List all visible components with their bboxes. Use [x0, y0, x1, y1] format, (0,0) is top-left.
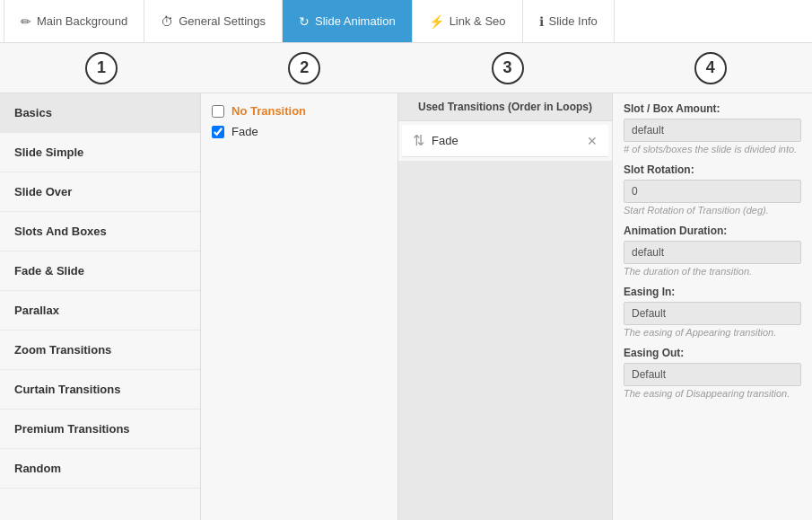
used-transition-fade-row: ⇅ Fade ✕ [402, 125, 608, 157]
lightning-icon: ⚡ [429, 14, 444, 29]
settings-column: Slot / Box Amount: # of slots/boxes the … [613, 93, 812, 520]
easing-in-label: Easing In: [624, 286, 801, 298]
sidebar-item-fade-slide[interactable]: Fade & Slide [0, 251, 200, 291]
tab-slide-info[interactable]: ℹ Slide Info [523, 0, 615, 42]
tab-main-background[interactable]: ✏ Main Background [4, 0, 144, 42]
sidebar-item-premium-transitions[interactable]: Premium Transitions [0, 410, 200, 449]
animation-duration-help: The duration of the transition. [624, 266, 801, 277]
step-3-section: 3 [406, 52, 609, 84]
sidebar-item-slide-over[interactable]: Slide Over [0, 172, 200, 212]
steps-row: 1 2 3 4 [0, 43, 812, 93]
sidebar-item-random[interactable]: Random [0, 449, 200, 489]
slot-rotation-label: Slot Rotation: [624, 163, 801, 176]
slot-box-amount-help: # of slots/boxes the slide is divided in… [624, 144, 801, 154]
transitions-list-column: No Transition Fade [201, 93, 398, 520]
sidebar-item-basics[interactable]: Basics [0, 93, 200, 133]
tab-slide-animation-label: Slide Animation [315, 14, 396, 28]
step-1-circle: 1 [85, 52, 118, 84]
tab-general-settings[interactable]: ⏱ General Settings [144, 0, 283, 42]
step-1-section: 1 [0, 52, 203, 84]
pencil-icon: ✏ [21, 14, 31, 29]
animation-duration-label: Animation Duration: [624, 225, 801, 237]
info-icon: ℹ [539, 14, 544, 29]
easing-out-help: The easing of Disappearing transition. [624, 388, 801, 399]
easing-in-help: The easing of Appearing transition. [624, 327, 801, 338]
top-navigation: ✏ Main Background ⏱ General Settings ↻ S… [0, 0, 812, 43]
sidebar-item-slide-simple[interactable]: Slide Simple [0, 133, 200, 172]
clock-icon: ⏱ [161, 14, 173, 29]
used-transitions-header: Used Transitions (Order in Loops) [398, 93, 612, 121]
remove-fade-button[interactable]: ✕ [587, 134, 598, 148]
sidebar-item-parallax[interactable]: Parallax [0, 291, 200, 331]
sidebar-item-zoom-transitions[interactable]: Zoom Transitions [0, 331, 200, 370]
easing-in-input[interactable] [624, 302, 801, 325]
easing-out-input[interactable] [624, 363, 801, 386]
step-2-circle: 2 [288, 52, 320, 84]
step-2-section: 2 [203, 52, 406, 84]
used-transitions-body [398, 161, 612, 520]
sidebar-item-curtain-transitions[interactable]: Curtain Transitions [0, 370, 200, 410]
main-content: Basics Slide Simple Slide Over Slots And… [0, 93, 812, 520]
tab-slide-animation[interactable]: ↻ Slide Animation [283, 0, 413, 42]
step-4-circle: 4 [694, 52, 727, 84]
transition-item-no-transition[interactable]: No Transition [212, 104, 387, 118]
tab-general-settings-label: General Settings [179, 14, 266, 28]
tab-link-seo[interactable]: ⚡ Link & Seo [413, 0, 523, 42]
used-transition-fade-name: Fade [432, 134, 587, 147]
slot-box-amount-input[interactable] [624, 119, 801, 142]
used-transitions-column: Used Transitions (Order in Loops) ⇅ Fade… [398, 93, 613, 520]
sort-handle-icon[interactable]: ⇅ [413, 132, 424, 149]
animation-icon: ↻ [299, 14, 310, 29]
sidebar-column: Basics Slide Simple Slide Over Slots And… [0, 93, 201, 520]
step-3-circle: 3 [492, 52, 524, 84]
sidebar-item-slots-and-boxes[interactable]: Slots And Boxes [0, 212, 200, 251]
tab-main-background-label: Main Background [37, 14, 127, 28]
slot-box-amount-label: Slot / Box Amount: [624, 102, 801, 115]
tab-slide-info-label: Slide Info [549, 14, 598, 28]
tab-link-seo-label: Link & Seo [450, 14, 506, 28]
no-transition-checkbox[interactable] [212, 105, 224, 118]
slot-rotation-help: Start Rotation of Transition (deg). [624, 205, 801, 216]
animation-duration-input[interactable] [624, 241, 801, 264]
slot-rotation-input[interactable] [624, 180, 801, 203]
easing-out-label: Easing Out: [624, 347, 801, 359]
fade-checkbox[interactable] [212, 126, 224, 138]
transition-item-fade[interactable]: Fade [212, 125, 387, 138]
step-4-section: 4 [609, 52, 812, 84]
